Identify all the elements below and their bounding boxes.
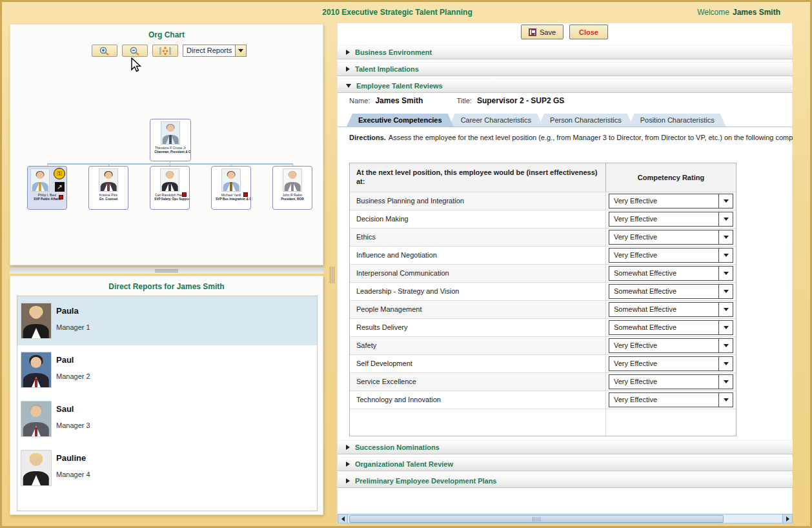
org-node-child-2[interactable]: Kristine Pitts Gn. Counsel — [88, 166, 128, 210]
avatar — [21, 303, 52, 339]
org-node-photo — [99, 168, 118, 192]
dropdown-arrow-button[interactable] — [718, 285, 733, 298]
org-node-child-4[interactable]: Michael Yardl SVP Bus Integration & CIO — [211, 166, 251, 210]
org-node-photo — [160, 168, 179, 192]
section-preliminary-employee-development-plans[interactable]: Preliminary Employee Development Plans — [338, 474, 793, 488]
org-node-name: Michael Yardl — [215, 193, 248, 196]
org-node-name: John R Rabin — [276, 193, 309, 196]
tab-position-characteristics[interactable]: Position Characteristics — [629, 114, 726, 127]
vertical-splitter[interactable] — [330, 267, 336, 283]
direct-reports-panel: Direct Reports for James Smith Paula Man… — [10, 276, 323, 515]
close-button[interactable]: Close — [569, 25, 608, 39]
direct-reports-manager-name: James Smith — [177, 282, 225, 291]
flag-badge-icon — [59, 195, 63, 199]
table-row: Technology and Innovation Very Effective — [350, 391, 736, 409]
scroll-left-button[interactable] — [338, 514, 348, 523]
table-row: Interpersonal Communication Somewhat Eff… — [350, 264, 736, 282]
rating-dropdown[interactable]: Very Effective — [609, 212, 733, 227]
tab-career-characteristics[interactable]: Career Characteristics — [449, 114, 543, 127]
org-node-root[interactable]: Theodore F Cruise Jr Chairman, President… — [150, 119, 191, 161]
org-chart-canvas[interactable]: Theodore F Cruise Jr Chairman, President… — [10, 25, 323, 265]
employee-name: James Smith — [375, 96, 423, 105]
arrow-right-icon — [786, 516, 789, 522]
direct-report-item-saul[interactable]: Saul Manager 3 — [17, 394, 317, 443]
scrollbar-thumb[interactable] — [349, 515, 724, 523]
rating-value: Very Effective — [609, 357, 718, 371]
dropdown-arrow-button[interactable] — [718, 339, 733, 352]
dropdown-arrow-button[interactable] — [718, 249, 733, 262]
employee-header: Name: James Smith Title: Supervisor 2 - … — [349, 96, 564, 105]
rating-dropdown[interactable]: Very Effective — [609, 392, 733, 407]
rating-dropdown[interactable]: Somewhat Effective — [609, 302, 733, 317]
scroll-right-button[interactable] — [782, 514, 792, 523]
dropdown-arrow-button[interactable] — [718, 230, 733, 244]
dropdown-arrow-button[interactable] — [718, 321, 733, 334]
action-bar: Save Close — [521, 25, 608, 39]
rating-dropdown[interactable]: Somewhat Effective — [609, 320, 733, 335]
tab-executive-competencies[interactable]: Executive Competencies — [347, 114, 454, 127]
title-label: Title: — [456, 97, 471, 105]
competency-label: Leadership - Strategy and Vision — [350, 283, 606, 300]
chevron-down-icon — [724, 236, 729, 239]
direct-report-item-paula[interactable]: Paula Manager 1 — [17, 296, 317, 345]
table-row: Self Development Very Effective — [350, 354, 736, 372]
user-name: James Smith — [733, 8, 780, 17]
rating-dropdown[interactable]: Very Effective — [609, 356, 733, 371]
chevron-down-icon — [724, 380, 729, 383]
rating-dropdown[interactable]: Somewhat Effective — [609, 284, 733, 299]
section-talent-implications[interactable]: Talent Implications — [338, 62, 793, 76]
org-node-title: Chairman, President & CEO, BIX — [154, 150, 187, 154]
dropdown-arrow-button[interactable] — [718, 375, 733, 389]
rating-dropdown[interactable]: Somewhat Effective — [609, 266, 733, 281]
dropdown-arrow-button[interactable] — [718, 393, 733, 407]
column-header-competency: At the next level position, this employe… — [350, 163, 606, 192]
section-label: Business Environment — [355, 48, 432, 56]
caret-right-icon — [346, 445, 350, 450]
horizontal-splitter[interactable] — [10, 267, 323, 274]
app-window: 2010 Executive Strategic Talent Planning… — [0, 0, 812, 528]
chevron-down-icon — [724, 398, 729, 401]
org-node-child-5[interactable]: John R Rabin President, BOB — [272, 166, 312, 210]
direct-report-item-pauline[interactable]: Pauline Manager 4 — [17, 443, 317, 492]
dropdown-arrow-button[interactable] — [718, 194, 733, 208]
horizontal-scrollbar[interactable] — [338, 514, 793, 523]
section-succession-nominations[interactable]: Succession Nominations — [338, 440, 793, 454]
save-icon — [529, 28, 536, 36]
report-name: Paula — [56, 306, 79, 316]
direct-report-item-paul[interactable]: Paul Manager 2 — [17, 345, 317, 394]
chevron-down-icon — [724, 362, 729, 365]
rating-dropdown[interactable]: Very Effective — [609, 230, 733, 245]
section-employee-talent-reviews[interactable]: Employee Talent Reviews — [338, 79, 793, 93]
rating-dropdown[interactable]: Very Effective — [609, 248, 733, 263]
org-node-title: Gn. Counsel — [93, 198, 124, 201]
column-header-rating: Competency Rating — [606, 163, 736, 192]
chevron-down-icon — [724, 272, 729, 275]
dropdown-arrow-button[interactable] — [718, 212, 733, 226]
employee-title: Supervisor 2 - SUP2 GS — [477, 96, 564, 105]
org-node-child-3[interactable]: Carl Randolph Haas SVP Safety, Ops Suppo… — [150, 166, 190, 210]
competency-label: Interpersonal Communication — [350, 265, 606, 282]
report-title: Manager 1 — [56, 323, 90, 331]
welcome-text: WelcomeJames Smith — [697, 8, 780, 17]
tab-person-characteristics[interactable]: Person Characteristics — [538, 114, 633, 127]
page-title: 2010 Executive Strategic Talent Planning — [2, 8, 793, 17]
rating-dropdown[interactable]: Very Effective — [609, 194, 733, 208]
rating-value: Very Effective — [609, 393, 718, 407]
section-business-environment[interactable]: Business Environment — [338, 45, 793, 59]
dropdown-arrow-button[interactable] — [718, 303, 733, 316]
competency-label: Results Delivery — [350, 319, 606, 336]
competency-label: Decision Making — [350, 210, 606, 228]
rating-dropdown[interactable]: Very Effective — [609, 374, 733, 389]
report-name: Pauline — [56, 453, 86, 463]
section-organizational-talent-review[interactable]: Organizational Talent Review — [338, 457, 793, 471]
tab-divider — [338, 127, 793, 127]
table-footer-row — [350, 409, 736, 436]
close-button-label: Close — [579, 28, 598, 36]
org-node-child-1[interactable]: Philip I. Baul SVP Public Affairs ⚿ ↗ — [27, 166, 67, 210]
chevron-down-icon — [724, 308, 729, 311]
dropdown-arrow-button[interactable] — [718, 357, 733, 371]
dropdown-arrow-button[interactable] — [718, 267, 733, 280]
rating-dropdown[interactable]: Very Effective — [609, 338, 733, 353]
save-button[interactable]: Save — [521, 25, 563, 39]
competency-label: People Management — [350, 301, 606, 318]
